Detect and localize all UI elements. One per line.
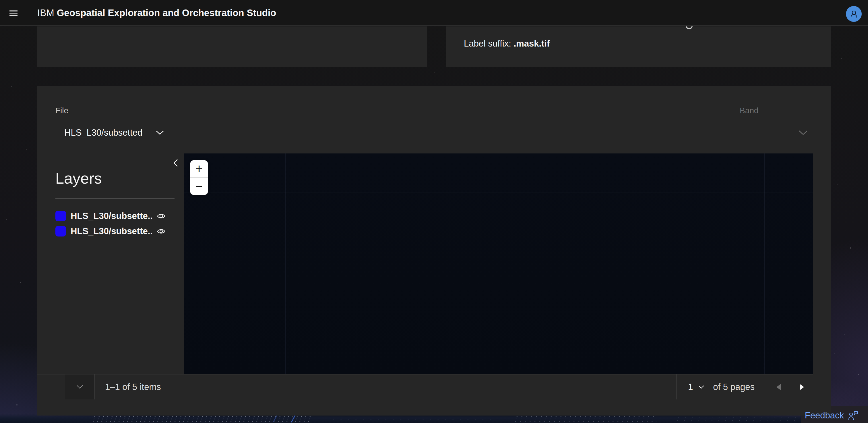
band-dropdown[interactable] [795, 126, 812, 139]
feedback-row: Feedback [805, 411, 858, 421]
caret-right-icon [800, 384, 804, 390]
pagination-flex-gap [161, 374, 676, 399]
menu-icon [9, 10, 18, 16]
layer-color-swatch[interactable] [55, 210, 66, 221]
city-lights-cluster [513, 416, 658, 422]
file-dropdown[interactable]: HLS_L30/subsetted [55, 120, 165, 145]
layer-visibility-button[interactable] [157, 213, 166, 220]
items-count-text: 1–1 of 5 items [105, 382, 161, 392]
app-header: IBMGeospatial Exploration and Orchestrat… [0, 0, 868, 26]
tile-seam [285, 153, 286, 374]
chevron-down-icon [156, 130, 164, 135]
layer-name: HLS_L30/subsette... [71, 211, 153, 221]
app-title-main: Geospatial Exploration and Orchestration… [57, 7, 276, 18]
page-select[interactable]: 1 [677, 374, 713, 399]
zoom-control: + − [190, 160, 208, 195]
map-canvas[interactable]: + − [184, 153, 813, 374]
avatar-button[interactable] [846, 6, 862, 22]
file-dropdown-value: HLS_L30/subsetted [64, 128, 143, 138]
tile-seam [764, 153, 765, 374]
chevron-down-icon [798, 130, 808, 136]
main-card: File HLS_L30/subsetted Band Layers HLS_L… [37, 86, 831, 416]
chevron-left-icon [173, 158, 179, 168]
zoom-in-button[interactable]: + [190, 160, 208, 177]
layers-divider [55, 198, 175, 199]
layer-name: HLS_L30/subsette... [71, 226, 153, 236]
layer-row: HLS_L30/subsette... [55, 226, 166, 236]
layer-visibility-button[interactable] [157, 228, 166, 235]
app-title: IBMGeospatial Exploration and Orchestrat… [37, 0, 276, 26]
feedback-link[interactable]: Feedback [805, 411, 844, 421]
layers-title: Layers [55, 169, 102, 187]
layer-list: HLS_L30/subsette... HLS_L30/subsette... [55, 210, 166, 241]
chevron-down-icon [76, 385, 83, 389]
prev-page-button[interactable] [767, 374, 790, 399]
hamburger-menu-button[interactable] [5, 5, 22, 21]
band-label: Band [740, 106, 758, 115]
feedback-icon[interactable] [848, 411, 858, 420]
label-suffix-label: Label suffix: [464, 38, 514, 49]
pagination-bar: 1–1 of 5 items 1 of 5 pages [37, 374, 813, 399]
tile-seam [184, 193, 813, 193]
layer-row: HLS_L30/subsette... [55, 210, 166, 221]
eye-icon [157, 213, 166, 220]
app-title-prefix: IBM [37, 7, 54, 18]
clipped-text-fragment [686, 26, 693, 29]
label-suffix-value: .mask.tif [514, 38, 550, 49]
city-lights-cluster [329, 416, 492, 422]
pagination-spacer [37, 374, 65, 399]
top-right-card: Label suffix: .mask.tif [446, 26, 831, 67]
page-size-button[interactable] [65, 374, 95, 399]
page-select-value: 1 [688, 382, 693, 392]
zoom-out-button[interactable]: − [190, 177, 208, 195]
next-page-button[interactable] [790, 374, 813, 399]
user-avatar-icon [849, 9, 858, 19]
file-label: File [55, 106, 68, 115]
top-left-card [37, 26, 427, 67]
label-suffix-text: Label suffix: .mask.tif [464, 38, 550, 49]
tile-seam [525, 153, 525, 374]
collapse-panel-button[interactable] [169, 157, 182, 169]
layer-color-swatch[interactable] [55, 226, 66, 236]
eye-icon [157, 228, 166, 235]
city-lights-cluster [91, 416, 314, 422]
pages-count-text: of 5 pages [713, 382, 755, 392]
caret-left-icon [776, 384, 781, 390]
chevron-down-icon [698, 385, 704, 389]
